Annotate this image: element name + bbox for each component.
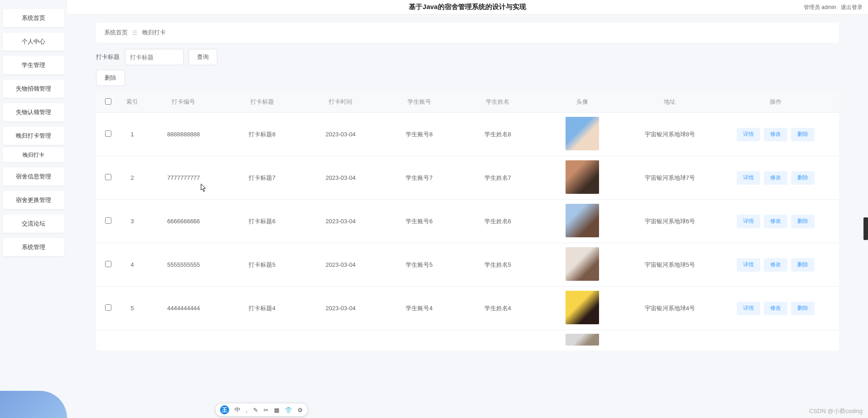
cell-ops: 详情修改删除	[712, 243, 839, 287]
sidebar-label: 晚归打卡管理	[16, 132, 51, 140]
app-title: 基于Java的宿舍管理系统的设计与实现	[409, 3, 526, 11]
detail-button[interactable]: 详情	[737, 258, 760, 272]
ime-punct-icon[interactable]: ,	[246, 407, 248, 413]
row-checkbox[interactable]	[105, 174, 111, 180]
sidebar-label: 学生管理	[22, 61, 45, 69]
cell-address: 宇宙银河系地球4号	[628, 287, 712, 330]
cell-name: 学生姓名5	[458, 243, 537, 287]
breadcrumb-home[interactable]: 系统首页	[104, 29, 128, 37]
scrollbar-thumb[interactable]	[863, 217, 868, 240]
sidebar-sublabel: 晚归打卡	[23, 151, 44, 159]
sidebar-item-system[interactable]: 系统管理	[3, 238, 64, 256]
cell-account: 学生账号8	[380, 113, 458, 156]
cell-index: 2	[120, 156, 144, 200]
avatar[interactable]	[566, 334, 599, 346]
sidebar-decoration	[0, 391, 67, 418]
sidebar-label: 失物认领管理	[16, 108, 51, 116]
cell-time: 2023-03-04	[302, 156, 380, 200]
edit-button[interactable]: 修改	[764, 215, 787, 228]
avatar[interactable]	[566, 204, 599, 237]
header-ops: 操作	[712, 91, 839, 113]
cell-ops: 详情修改删除	[712, 156, 839, 200]
row-delete-button[interactable]: 删除	[791, 258, 815, 272]
detail-button[interactable]: 详情	[737, 128, 760, 141]
ime-edit-icon[interactable]: ✎	[253, 407, 258, 413]
edit-button[interactable]: 修改	[764, 171, 787, 185]
data-table: 索引 打卡编号 打卡标题 打卡时间 学生账号 学生姓名 头像 地址 操作 188…	[96, 91, 839, 351]
header-avatar: 头像	[537, 91, 628, 113]
header-title: 打卡标题	[223, 91, 301, 113]
detail-button[interactable]: 详情	[737, 302, 760, 315]
delete-button[interactable]: 删除	[96, 70, 125, 86]
sidebar-item-dorm-change[interactable]: 宿舍更换管理	[3, 191, 64, 209]
sidebar-subitem-checkin[interactable]: 晚归打卡	[3, 148, 64, 162]
user-label[interactable]: 管理员 admin	[804, 4, 836, 11]
cell-avatar	[537, 113, 628, 156]
sidebar-item-home[interactable]: 系统首页	[3, 9, 64, 27]
cell-title: 打卡标题7	[223, 156, 301, 200]
ime-toolbar[interactable]: 王 中 , ✎ ✂ ▦ 👕 ⚙	[216, 404, 307, 416]
sidebar-item-dorm-info[interactable]: 宿舍信息管理	[3, 168, 64, 186]
row-delete-button[interactable]: 删除	[791, 302, 815, 315]
ime-settings-icon[interactable]: ⚙	[297, 407, 303, 413]
ime-skin-icon[interactable]: 👕	[285, 407, 292, 413]
query-button[interactable]: 查询	[188, 49, 217, 65]
row-checkbox[interactable]	[105, 217, 111, 224]
cell-name: 学生姓名7	[458, 156, 537, 200]
avatar[interactable]	[566, 160, 599, 194]
ime-logo-icon[interactable]: 王	[220, 405, 229, 414]
logout-link[interactable]: 退出登录	[841, 4, 863, 11]
detail-button[interactable]: 详情	[737, 215, 760, 228]
cell-address: 宇宙银河系地球8号	[628, 113, 712, 156]
row-checkbox[interactable]	[105, 304, 111, 311]
search-input[interactable]	[125, 49, 184, 65]
cell-title: 打卡标题8	[223, 113, 301, 156]
sidebar-item-checkin-mgmt[interactable]: 晚归打卡管理	[3, 127, 64, 145]
main: 系统首页 ☰ 晚归打卡 打卡标题 查询 删除 索引 打卡编号	[67, 14, 868, 418]
cell-checkbox	[96, 113, 120, 156]
cell-code: 5555555555	[144, 243, 223, 287]
table-row: 18888888888打卡标题82023-03-04学生账号8学生姓名8宇宙银河…	[96, 113, 839, 156]
cell-checkbox	[96, 243, 120, 287]
ime-lang-icon[interactable]: 中	[235, 406, 240, 414]
avatar[interactable]	[566, 291, 599, 324]
row-checkbox[interactable]	[105, 261, 111, 267]
sidebar-item-profile[interactable]: 个人中心	[3, 33, 64, 51]
sidebar-item-claim[interactable]: 失物认领管理	[3, 103, 64, 121]
sidebar-item-students[interactable]: 学生管理	[3, 56, 64, 74]
cell-address: 宇宙银河系地球7号	[628, 156, 712, 200]
edit-button[interactable]: 修改	[764, 128, 787, 141]
row-delete-button[interactable]: 删除	[791, 171, 815, 185]
detail-button[interactable]: 详情	[737, 171, 760, 185]
row-delete-button[interactable]: 删除	[791, 128, 815, 141]
table-row	[96, 330, 839, 351]
cell-ops: 详情修改删除	[712, 287, 839, 330]
avatar[interactable]	[566, 117, 599, 150]
ime-keyboard-icon[interactable]: ▦	[274, 407, 279, 413]
edit-button[interactable]: 修改	[764, 302, 787, 315]
cell-time: 2023-03-04	[302, 113, 380, 156]
header: 基于Java的宿舍管理系统的设计与实现 管理员 admin 退出登录	[67, 0, 868, 14]
row-delete-button[interactable]: 删除	[791, 215, 815, 228]
cell-time: 2023-03-04	[302, 243, 380, 287]
cell-account: 学生账号5	[380, 243, 458, 287]
sidebar-item-lost-found[interactable]: 失物招领管理	[3, 80, 64, 98]
sidebar-label: 宿舍更换管理	[16, 196, 51, 204]
row-checkbox[interactable]	[105, 130, 111, 137]
select-all-checkbox[interactable]	[105, 98, 111, 105]
cell-address: 宇宙银河系地球5号	[628, 243, 712, 287]
cell-account: 学生账号6	[380, 200, 458, 243]
avatar[interactable]	[566, 247, 599, 281]
sidebar-item-forum[interactable]: 交流论坛	[3, 215, 64, 233]
edit-button[interactable]: 修改	[764, 258, 787, 272]
cell-code: 8888888888	[144, 113, 223, 156]
cell-checkbox	[96, 287, 120, 330]
breadcrumb-current: 晚归打卡	[142, 29, 166, 37]
cell-name: 学生姓名6	[458, 200, 537, 243]
cell-index: 5	[120, 287, 144, 330]
sidebar-label: 系统管理	[22, 243, 45, 251]
cell-avatar	[537, 330, 628, 351]
cell-checkbox	[96, 330, 120, 351]
ime-cut-icon[interactable]: ✂	[264, 407, 269, 413]
cell-avatar	[537, 243, 628, 287]
